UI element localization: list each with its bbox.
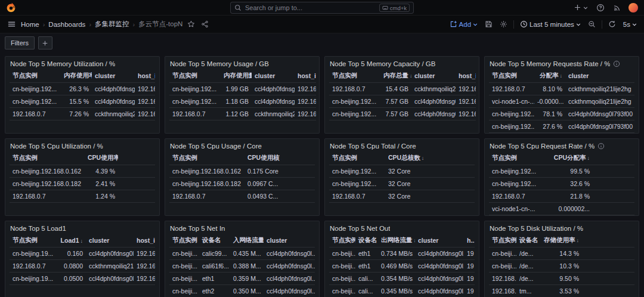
menu-icon[interactable]	[6, 18, 17, 30]
info-icon[interactable]	[613, 60, 620, 67]
column-header[interactable]: 入网络流量↓	[230, 234, 264, 247]
panel-title[interactable]: Node Top 5 Cpu Total / Core	[330, 143, 416, 150]
refresh-interval-picker[interactable]: 5s	[622, 20, 638, 29]
table-container: 节点实例CPU总核数↓cn-beijing.192...32 Corecn-be…	[325, 152, 479, 215]
column-header[interactable]: 节点实例	[329, 234, 355, 247]
column-header[interactable]: h...	[464, 234, 475, 247]
breadcrumb-dashboards[interactable]: Dashboards	[48, 21, 85, 28]
new-button[interactable]	[572, 2, 589, 13]
grafana-logo[interactable]	[6, 2, 16, 13]
column-header[interactable]: 存储使用率↓	[540, 234, 582, 247]
column-header[interactable]: 内存使用量↓	[221, 70, 252, 82]
spacer-cell	[281, 190, 315, 202]
column-header[interactable]: CPU使用核↓	[244, 152, 281, 165]
column-header[interactable]: 节点实例	[489, 70, 534, 82]
table-cell: 1.99 GB	[221, 82, 252, 95]
panel-title[interactable]: Node Top 5 Memory Capacity / GB	[330, 60, 435, 67]
column-header[interactable]: cluster	[264, 234, 315, 247]
column-header[interactable]: 节点实例	[489, 152, 545, 165]
panel-title[interactable]: Node Top 5 Cpu Utilization / %	[10, 143, 103, 150]
panel-title[interactable]: Node Top 5 Net Out	[330, 225, 390, 232]
column-header[interactable]: 设备名	[355, 234, 378, 247]
add-panel-button[interactable]: Add	[448, 19, 479, 29]
column-header[interactable]: cluster	[565, 70, 634, 82]
save-icon[interactable]	[484, 19, 494, 29]
column-header[interactable]: host_ip	[295, 70, 316, 82]
column-header[interactable]: 节点实例	[169, 234, 199, 247]
table-row: cn-beijing.192...26.3 %ccl4dph0fdnsg0l..…	[10, 82, 155, 95]
table-row: cn-beijing.19...0.160ccl4dph0fdnsg0l...1…	[10, 247, 155, 259]
info-icon[interactable]	[597, 143, 605, 150]
column-header[interactable]: host_ip	[134, 234, 155, 247]
panel-title[interactable]: Node Top 5 Memory Utilization / %	[10, 60, 115, 67]
panel-header: Node Top 5 Net Out	[325, 221, 479, 234]
table-cell: cali61f6...	[199, 259, 230, 272]
panel-title[interactable]: Node Top 5 Memory Requests Rate / %	[490, 60, 610, 67]
column-header[interactable]: 设备名	[199, 234, 230, 247]
panel-title[interactable]: Node Top 5 Disk Utilization / %	[490, 225, 583, 232]
panel-title[interactable]: Node Top 5 Cpu Request Rate / %	[490, 143, 595, 150]
table-container: 节点实例CPU使用核↓cn-beijing.192.168.0.1620.175…	[165, 152, 319, 215]
column-header[interactable]: 节点实例	[169, 70, 221, 82]
column-header[interactable]: 节点实例	[10, 70, 61, 82]
breadcrumb-separator: ›	[89, 21, 91, 28]
spacer-cell	[118, 177, 155, 190]
table-row: cn-beijing.192...27.6 %ccl4dph0fdnsg0l79…	[489, 120, 634, 132]
column-header[interactable]: Load1↓	[55, 234, 86, 247]
table-row: cn-beiji...eth10.359 M...ccl4dph0fdnsg0l…	[169, 272, 315, 284]
news-icon[interactable]	[612, 2, 623, 13]
add-filter-button[interactable]	[38, 36, 52, 50]
table-cell: 0.160	[55, 247, 86, 259]
star-icon[interactable]	[186, 19, 196, 29]
column-header[interactable]: cluster	[92, 70, 135, 82]
column-header[interactable]: CPU总核数↓	[385, 152, 427, 165]
search-input[interactable]: Search or jump to... cmd+k	[230, 2, 414, 14]
user-avatar[interactable]	[628, 3, 638, 13]
zoom-out-icon[interactable]	[587, 19, 597, 29]
column-header[interactable]: 节点实例	[10, 152, 85, 165]
column-header[interactable]: 节点实例	[10, 234, 55, 247]
time-range-picker[interactable]: Last 5 minutes	[519, 19, 582, 29]
table-row: cn-beiji...eth20.350 M...ccl4dph0fdnsg0l…	[169, 284, 315, 297]
column-header[interactable]: 设备名	[516, 234, 540, 247]
breadcrumb-home[interactable]: Home	[21, 21, 39, 28]
header-row: 节点实例Load1↓clusterhost_ip	[10, 234, 155, 247]
column-header[interactable]: cluster	[252, 70, 295, 82]
panel: Node Top 5 Disk Utilization / %节点实例设备名存储…	[484, 221, 639, 297]
column-header[interactable]: host_i	[135, 70, 155, 82]
column-header[interactable]: host_ip	[456, 70, 476, 82]
topn-table: 节点实例CPU使用核↓cn-beijing.192.168.0.1620.175…	[169, 152, 315, 203]
panel-title[interactable]: Node Top 5 Memory Usage / GB	[170, 60, 269, 67]
panel-title[interactable]: Node Top 5 Cpu Usage / Core	[170, 143, 262, 150]
table-cell: cn-beijing.192.168.0.162	[10, 165, 85, 177]
column-header[interactable]: cluster	[86, 234, 134, 247]
filters-button[interactable]: Filters	[5, 36, 35, 50]
spacer-cell	[427, 165, 475, 177]
share-icon[interactable]	[200, 19, 210, 29]
breadcrumb-folder[interactable]: 多集群监控	[95, 20, 129, 29]
column-header[interactable]: 节点实例	[489, 234, 516, 247]
column-header[interactable]: 节点实例	[329, 152, 385, 165]
column-header[interactable]: CPU分配率↓	[545, 152, 593, 165]
panel-title[interactable]: Node Top 5 Load1	[10, 225, 66, 232]
panel-title[interactable]: Node Top 5 Net In	[170, 225, 225, 232]
column-header[interactable]: 节点实例	[329, 70, 380, 82]
column-header[interactable]: cluster	[415, 234, 464, 247]
column-header[interactable]: CPU使用率↓	[85, 152, 118, 165]
refresh-icon[interactable]	[607, 19, 617, 29]
column-header[interactable]: 出网络流量↓	[378, 234, 415, 247]
panel: Node Top 5 Load1节点实例Load1↓clusterhost_ip…	[5, 221, 160, 297]
help-icon[interactable]	[595, 2, 606, 13]
sort-desc-icon: ↓	[414, 237, 416, 243]
table-row: cn-beijing.192...15.5 %ccl4dph0fdnsg0l..…	[10, 95, 155, 107]
column-header[interactable]: 内存使用率↓	[61, 70, 92, 82]
table-cell: 192.168	[134, 259, 155, 272]
column-header[interactable]: 节点实例	[169, 152, 244, 165]
column-header[interactable]: cluster	[411, 70, 456, 82]
header-row: 节点实例设备名存储使用率↓	[489, 234, 634, 247]
column-header[interactable]: 分配率↓	[534, 70, 565, 82]
topn-table: 节点实例设备名出网络流量↓clusterh...cn-beiji...eth10…	[329, 234, 475, 297]
column-header[interactable]: 内存总量↓	[380, 70, 411, 82]
table-cell: 192.168.0.7	[10, 190, 85, 202]
settings-icon[interactable]	[499, 19, 509, 29]
